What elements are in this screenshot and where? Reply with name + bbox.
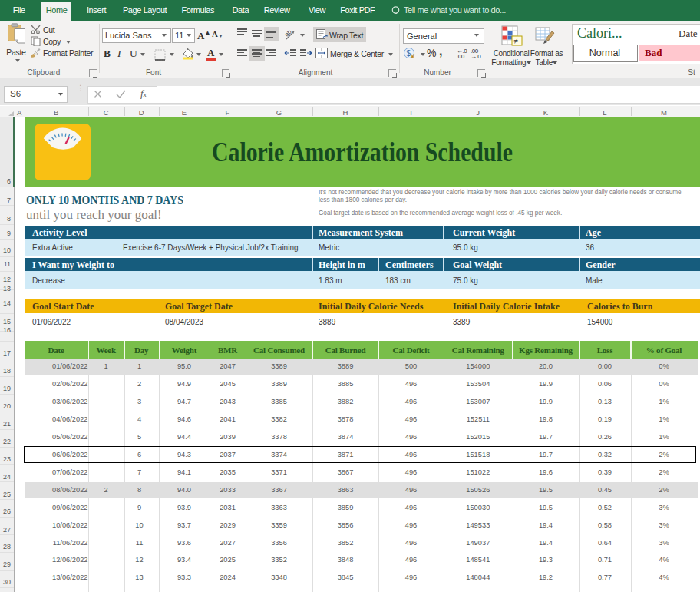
svg-text:≠: ≠	[514, 37, 519, 45]
svg-text:ab: ab	[285, 28, 293, 38]
svg-text:¥: ¥	[410, 52, 415, 59]
